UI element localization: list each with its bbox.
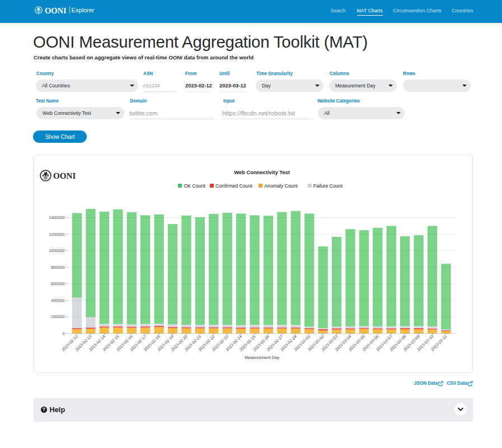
svg-text:400000: 400000: [51, 298, 64, 303]
svg-text:1000000: 1000000: [49, 248, 64, 253]
svg-text:0: 0: [63, 331, 65, 336]
svg-text:1200000: 1200000: [49, 232, 64, 237]
svg-text:1400000: 1400000: [49, 215, 64, 220]
svg-text:800000: 800000: [51, 265, 64, 270]
svg-text:600000: 600000: [51, 281, 64, 286]
svg-text:200000: 200000: [51, 314, 64, 319]
svg-text:Measurement Day: Measurement Day: [245, 355, 279, 360]
